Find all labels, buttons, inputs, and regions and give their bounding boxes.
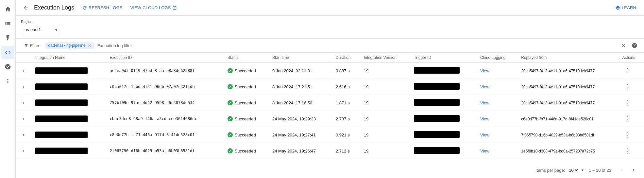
row-actions-button[interactable]: ⋮ (622, 130, 633, 140)
pagination-info: 1 – 10 of 23 (589, 168, 611, 173)
integration-name-cell (35, 83, 102, 90)
replayed-from-cell: c6e0d77b-fb71-446a-917d-8f41de528c01 (517, 111, 618, 127)
table-row: ›2f065790-d16b-4029-b53a-b6b03b6581dfSuc… (16, 143, 644, 159)
table-row: ›757bf09e-97ac-4d42-9598-d6c3878dd534Suc… (16, 95, 644, 111)
cloud-logging-view-link[interactable]: View (480, 100, 489, 105)
row-actions-button[interactable]: ⋮ (622, 81, 633, 92)
sidebar-icon-more[interactable] (1, 75, 14, 88)
trigger-id-value (414, 67, 460, 74)
replayed-from-cell: 20ca5497-f413-4e11-91a6-47510dcb9477 (517, 63, 618, 79)
filter-chip-label: load-masking-pipeline (47, 43, 86, 48)
col-status: Status (224, 53, 268, 63)
sidebar-icon-settings[interactable] (1, 60, 14, 73)
cloud-logging-view-link[interactable]: View (480, 133, 489, 137)
cloud-logging-view-link[interactable]: View (480, 149, 489, 153)
row-expand-button[interactable]: › (20, 131, 27, 139)
row-expand-button[interactable]: › (20, 115, 27, 123)
col-actions: Actions (619, 53, 644, 63)
replayed-from-cell: 7f065790-d16b-4029-b53a-b6b03b6581df (517, 127, 618, 143)
cloud-logging-view-link[interactable]: View (480, 116, 489, 121)
header: Execution Logs REFRESH LOGS VIEW CLOUD L… (16, 0, 644, 16)
integration-version-cell: 19 (360, 127, 410, 143)
execution-id-cell: 2f065790-d16b-4029-b53a-b6b03b6581df (106, 143, 223, 159)
page-title: Execution Logs (34, 4, 74, 11)
status-cell: Succeeded (228, 116, 264, 121)
execution-logs-table-container: Integration Name Execution ID Status Sta… (16, 53, 644, 162)
integration-version-cell: 19 (360, 111, 410, 127)
integration-name-cell (35, 67, 102, 74)
row-actions-button[interactable]: ⋮ (622, 146, 633, 156)
row-actions-button[interactable]: ⋮ (622, 65, 633, 76)
status-text: Succeeded (235, 100, 256, 105)
start-time-cell: 8 Jun 2024, 17:16:50 (268, 95, 332, 111)
duration-cell: 1.871 s (332, 95, 360, 111)
replayed-from-value: c6e0d77b-fb71-446a-917d-8f41de528c01 (521, 117, 594, 121)
filter-chip-remove-button[interactable] (88, 43, 92, 48)
per-page-chevron-icon: ▾ (582, 168, 584, 172)
refresh-logs-label: REFRESH LOGS (89, 5, 122, 10)
filter-chip[interactable]: load-masking-pipeline (45, 42, 95, 49)
status-text: Succeeded (235, 116, 256, 121)
row-expand-button[interactable]: › (20, 67, 27, 75)
duration-cell: 2.737 s (332, 111, 360, 127)
learn-button[interactable]: LEARN (613, 3, 639, 12)
replayed-from-value: 1e5f8b18-d308-479a-bd0a-257237a72c75 (521, 149, 595, 153)
row-expand-button[interactable]: › (20, 99, 27, 107)
region-section: Region us-east1 us-central1 us-west1 eur… (16, 16, 644, 39)
filter-help-button[interactable] (630, 41, 639, 50)
status-success-icon (228, 116, 233, 121)
integration-name-value (35, 148, 88, 154)
trigger-id-value (414, 115, 460, 122)
table-row: ›c8e0d77b-fb71-446a-917d-8f41de528c01Suc… (16, 127, 644, 143)
row-expand-button[interactable]: › (20, 147, 27, 155)
sidebar-icon-code[interactable] (1, 46, 14, 59)
sidebar-icon-bolt[interactable] (1, 31, 14, 44)
execution-id-cell: 757bf09e-97ac-4d42-9598-d6c3878dd534 (106, 95, 223, 111)
table-row: ›c0ca017c-1cbd-4f31-96db-07a07c32ffdbSuc… (16, 79, 644, 95)
table-row: ›cbac3dce8-98a9-f46a-a3cd-cee3614686dcSu… (16, 111, 644, 127)
back-button[interactable] (21, 3, 31, 13)
status-success-icon (228, 100, 233, 105)
sidebar-icon-home[interactable] (1, 3, 14, 16)
execution-id-cell: ac2ea0d3-0119-47ed-8faa-a8a8dc62388f (106, 63, 223, 79)
status-cell: Succeeded (228, 68, 264, 73)
integration-name-value (35, 99, 88, 106)
refresh-logs-button[interactable]: REFRESH LOGS (79, 3, 125, 12)
header-actions: REFRESH LOGS VIEW CLOUD LOGS (79, 3, 179, 12)
row-actions-button[interactable]: ⋮ (622, 98, 633, 108)
filter-button[interactable]: Filter (21, 42, 42, 49)
duration-cell: 0.887 s (332, 63, 360, 79)
integration-version-cell: 19 (360, 79, 410, 95)
sidebar-icon-list[interactable] (1, 17, 14, 30)
replayed-from-value: 20ca5497-f413-4e11-91a6-47510dcb9477 (521, 69, 595, 73)
table-row: ›1e5f8b18-d308-479a-bd0a-257237a72c75Suc… (16, 159, 644, 162)
cloud-logging-view-link[interactable]: View (480, 68, 489, 73)
table-body: ›ac2ea0d3-0119-47ed-8faa-a8a8dc62388fSuc… (16, 63, 644, 162)
table-footer: Items per page: 5 10 25 50 ▾ 1 – 10 of 2… (16, 162, 644, 178)
start-time-cell: 9 Jun 2024, 02:11:31 (268, 63, 332, 79)
status-text: Succeeded (235, 68, 256, 73)
trigger-id-value (414, 99, 460, 106)
cloud-logging-view-link[interactable]: View (480, 84, 489, 89)
row-actions-button[interactable]: ⋮ (622, 114, 633, 124)
integration-name-value (35, 116, 88, 122)
col-integration-name: Integration Name (31, 53, 106, 63)
view-cloud-logs-label: VIEW CLOUD LOGS (130, 5, 171, 10)
status-text: Succeeded (235, 84, 256, 89)
integration-version-cell: 19 (360, 143, 410, 159)
row-expand-button[interactable]: › (20, 83, 27, 91)
replayed-from-value: 20ca5497-f413-4e11-91a6-47510dcb9477 (521, 85, 595, 89)
status-cell: Succeeded (228, 132, 264, 137)
integration-version-cell: 19 (360, 159, 410, 162)
next-page-button[interactable] (628, 165, 639, 175)
per-page-select[interactable]: 5 10 25 50 (568, 168, 579, 173)
col-cloud-logging: Cloud Logging (476, 53, 517, 63)
execution-id-cell: cbac3dce8-98a9-f46a-a3cd-cee3614686dc (106, 111, 223, 127)
filter-close-button[interactable] (619, 41, 628, 50)
region-select[interactable]: us-east1 us-central1 us-west1 europe-wes… (21, 25, 60, 34)
status-success-icon (228, 84, 233, 89)
execution-id-cell: c8e0d77b-fb71-446a-917d-8f41de528c01 (106, 127, 223, 143)
prev-page-button[interactable] (617, 165, 627, 175)
view-cloud-logs-button[interactable]: VIEW CLOUD LOGS (128, 3, 179, 12)
integration-name-cell (35, 132, 102, 138)
